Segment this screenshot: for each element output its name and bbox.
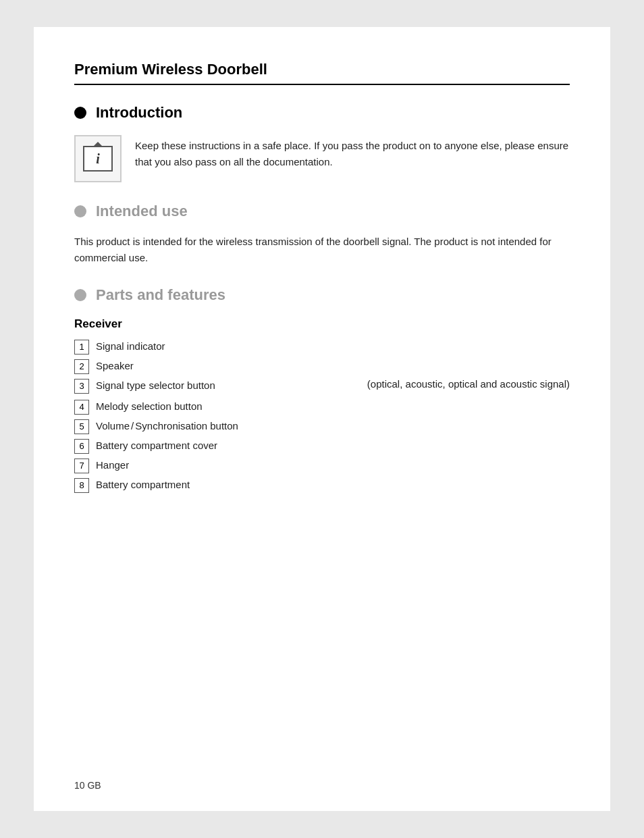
introduction-title: Introduction	[96, 104, 182, 122]
page-title: Premium Wireless Doorbell	[74, 61, 570, 85]
part-label-8: Battery compartment	[96, 477, 570, 493]
part-number-8: 8	[74, 478, 89, 493]
part-label-5: Volume / Synchronisation button	[96, 419, 570, 434]
part-label-1: Signal indicator	[96, 339, 570, 355]
list-item: 7 Hanger	[74, 458, 570, 473]
intended-use-section: Intended use This product is intended fo…	[74, 203, 570, 266]
part-number-2: 2	[74, 359, 89, 374]
info-icon-container: i	[74, 135, 122, 182]
introduction-section: Introduction i Keep these instructions i…	[74, 104, 570, 182]
part-number-5: 5	[74, 419, 89, 434]
introduction-heading: Introduction	[74, 104, 570, 122]
list-item: 8 Battery compartment	[74, 477, 570, 493]
list-item: 2 Speaker	[74, 359, 570, 374]
part-number-1: 1	[74, 340, 89, 355]
part-number-6: 6	[74, 439, 89, 454]
parts-features-title: Parts and features	[96, 286, 225, 304]
info-book-icon: i	[83, 146, 113, 172]
receiver-title: Receiver	[74, 317, 570, 331]
list-item: 1 Signal indicator	[74, 339, 570, 355]
list-item: 5 Volume / Synchronisation button	[74, 419, 570, 434]
part-label-6: Battery compartment cover	[96, 438, 570, 454]
part-number-7: 7	[74, 459, 89, 473]
document-page: Premium Wireless Doorbell Introduction i…	[34, 27, 610, 811]
part-label-3: Signal type selector button	[96, 378, 346, 394]
introduction-bullet	[74, 107, 86, 119]
page-footer: 10 GB	[74, 780, 101, 791]
part-label-7: Hanger	[96, 458, 570, 473]
list-item: 3 Signal type selector button (optical, …	[74, 378, 570, 395]
part-sub-3: (optical, acoustic, optical and acoustic…	[346, 377, 570, 392]
list-item: 6 Battery compartment cover	[74, 438, 570, 454]
part-number-3: 3	[74, 379, 89, 394]
part-label-2: Speaker	[96, 359, 570, 374]
parts-list: 1 Signal indicator 2 Speaker 3 Signal ty…	[74, 339, 570, 493]
intended-use-body: This product is intended for the wireles…	[74, 234, 570, 266]
list-item: 4 Melody selection button	[74, 399, 570, 415]
info-letter: i	[96, 151, 100, 167]
info-box: i Keep these instructions in a safe plac…	[74, 135, 570, 182]
part-label-4: Melody selection button	[96, 399, 570, 415]
intended-use-heading: Intended use	[74, 203, 570, 220]
parts-features-section: Parts and features Receiver 1 Signal ind…	[74, 286, 570, 493]
intended-use-title: Intended use	[96, 203, 188, 220]
parts-features-bullet	[74, 289, 86, 301]
part-number-4: 4	[74, 400, 89, 415]
parts-features-heading: Parts and features	[74, 286, 570, 304]
intended-use-bullet	[74, 205, 86, 217]
introduction-info-text: Keep these instructions in a safe place.…	[135, 135, 570, 170]
